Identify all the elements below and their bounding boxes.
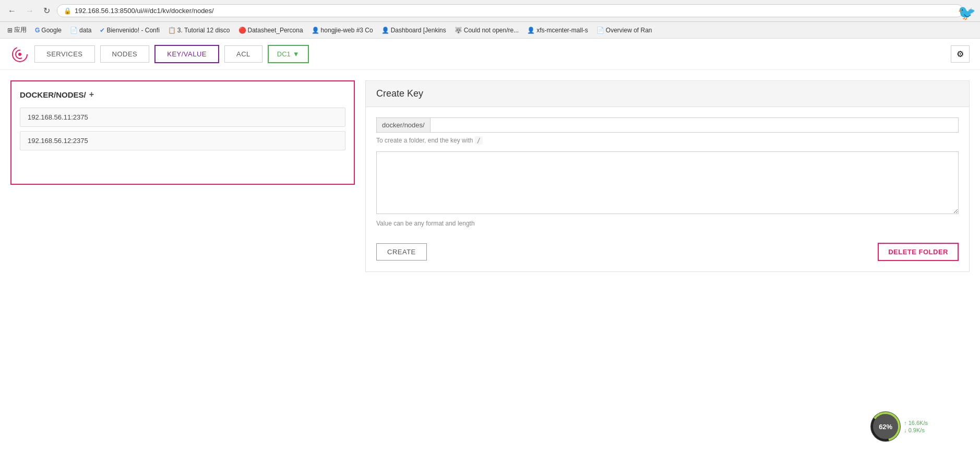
bookmark-overview[interactable]: 📄 Overview of Ran xyxy=(593,26,655,35)
svg-point-2 xyxy=(18,53,21,56)
browser-bird-icon: 🐦 xyxy=(958,4,976,21)
bookmark-apps[interactable]: ⊞ 应用 xyxy=(4,25,30,36)
tab-acl[interactable]: ACL xyxy=(224,45,262,63)
key-input-row: docker/nodes/ xyxy=(376,117,959,133)
create-button[interactable]: CREATE xyxy=(376,243,427,261)
top-nav: SERVICES NODES KEY/VALUE ACL DC1 ▼ ⚙ xyxy=(0,39,980,70)
tab-nodes[interactable]: NODES xyxy=(100,45,150,63)
bookmark-tutorial[interactable]: 📋 3. Tutorial 12 disco xyxy=(165,26,233,35)
xfs-icon: 👤 xyxy=(527,27,535,34)
main-content: DOCKER/NODES/ + 192.168.56.11:2375 192.1… xyxy=(0,70,980,282)
add-key-button[interactable]: + xyxy=(89,90,94,99)
refresh-button[interactable]: ↻ xyxy=(41,5,53,17)
bookmark-data[interactable]: 📄 data xyxy=(67,26,94,35)
create-key-header: Create Key xyxy=(366,81,969,107)
bookmark-hongjie[interactable]: 👤 hongjie-web #3 Co xyxy=(308,26,376,35)
tab-keyvalue[interactable]: KEY/VALUE xyxy=(154,45,219,63)
dashboard-icon: 👤 xyxy=(381,27,389,34)
data-icon: 📄 xyxy=(70,27,78,34)
delete-folder-button[interactable]: DELETE FOLDER xyxy=(878,243,959,261)
wolf-icon: 🐺 xyxy=(455,27,462,34)
hongjie-icon: 👤 xyxy=(312,27,319,34)
forward-button[interactable]: → xyxy=(23,5,37,17)
value-hint-text: Value can be any format and length xyxy=(376,220,959,227)
download-stat: ↓ 0.9K/s xyxy=(904,427,928,433)
back-button[interactable]: ← xyxy=(5,5,19,17)
bookmark-bienvenido[interactable]: ✔ Bienvenido! - Confi xyxy=(97,26,162,35)
bookmark-dashboard[interactable]: 👤 Dashboard [Jenkins xyxy=(378,26,449,35)
list-item[interactable]: 192.168.56.11:2375 xyxy=(20,108,345,127)
actions-row: CREATE DELETE FOLDER xyxy=(376,238,959,261)
key-name-input[interactable] xyxy=(430,117,959,133)
settings-gear-button[interactable]: ⚙ xyxy=(951,45,970,63)
create-key-body: docker/nodes/ To create a folder, end th… xyxy=(366,107,969,271)
address-bar[interactable]: 🔒 192.168.56.13:8500/ui/#/dc1/kv/docker/… xyxy=(57,4,963,17)
chevron-down-icon: ▼ xyxy=(293,50,300,58)
network-percent-circle: 62% xyxy=(870,411,901,442)
bookmark-datasheet[interactable]: 🔴 Datasheet_Percona xyxy=(235,26,306,35)
tab-services[interactable]: SERVICES xyxy=(34,45,95,63)
folder-title: DOCKER/NODES/ + xyxy=(20,90,345,99)
tutorial-icon: 📋 xyxy=(168,27,176,34)
browser-chrome: ← → ↻ 🔒 192.168.56.13:8500/ui/#/dc1/kv/d… xyxy=(0,0,980,22)
network-stats: ↑ 16.6K/s ↓ 0.9K/s xyxy=(904,420,928,433)
network-widget-container: 62% ↑ 16.6K/s ↓ 0.9K/s xyxy=(870,411,928,442)
bookmark-xfs[interactable]: 👤 xfs-mcenter-mall-s xyxy=(524,26,591,35)
create-key-panel: Create Key docker/nodes/ To create a fol… xyxy=(365,80,970,272)
key-prefix: docker/nodes/ xyxy=(376,117,430,133)
tab-dc1[interactable]: DC1 ▼ xyxy=(268,45,309,63)
bienvenido-icon: ✔ xyxy=(100,27,105,34)
lock-icon: 🔒 xyxy=(64,7,71,15)
gear-icon: ⚙ xyxy=(957,50,964,58)
value-textarea[interactable] xyxy=(376,151,959,214)
consul-logo[interactable] xyxy=(10,45,29,64)
upload-stat: ↑ 16.6K/s xyxy=(904,420,928,426)
url-text: 192.168.56.13:8500/ui/#/dc1/kv/docker/no… xyxy=(75,7,957,15)
create-key-title: Create Key xyxy=(376,88,959,99)
folder-hint-text: To create a folder, end the key with / xyxy=(376,137,959,144)
datasheet-icon: 🔴 xyxy=(238,27,246,34)
kv-folder-panel: DOCKER/NODES/ + 192.168.56.11:2375 192.1… xyxy=(10,80,355,185)
list-item[interactable]: 192.168.56.12:2375 xyxy=(20,131,345,150)
google-icon: G xyxy=(35,27,40,34)
overview-icon: 📄 xyxy=(596,27,604,34)
bookmarks-bar: ⊞ 应用 G Google 📄 data ✔ Bienvenido! - Con… xyxy=(0,22,980,39)
apps-icon: ⊞ xyxy=(7,27,13,34)
bookmark-couldnotopen[interactable]: 🐺 Could not open/re... xyxy=(451,26,522,35)
bookmark-google[interactable]: G Google xyxy=(32,26,65,35)
app-container: SERVICES NODES KEY/VALUE ACL DC1 ▼ ⚙ DOC… xyxy=(0,39,980,473)
